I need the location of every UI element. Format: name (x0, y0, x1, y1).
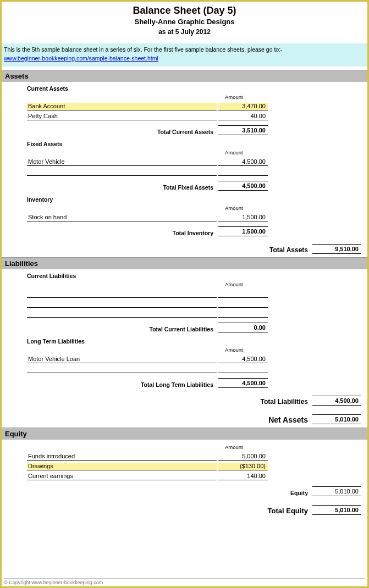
item-label: Stock on hand (27, 214, 217, 221)
total-liabilities-label: Total Liabilities (5, 398, 312, 406)
amount-heading: Amount (5, 440, 364, 451)
item-label (27, 299, 217, 308)
item-value (218, 289, 268, 298)
total-assets-label: Total Assets (5, 246, 312, 254)
subtotal-row: Total Current Liabilities 0.00 (5, 318, 364, 335)
subtotal-value: 4,500.00 (218, 181, 268, 191)
amount-heading: Amount (5, 347, 364, 354)
notice-link[interactable]: www.beginner-bookkeeping.com/sample-bala… (4, 55, 158, 62)
line-item (5, 308, 364, 318)
total-equity-row: Total Equity 5,010.00 (5, 500, 364, 518)
subtotal-row: Total Inventory 1,500.00 (5, 222, 364, 238)
line-item: Funds introduced 5,000.00 (5, 451, 364, 461)
line-item: Drawings ($130.00) (5, 461, 364, 471)
item-value: 3,470.00 (218, 103, 268, 110)
subtotal-label: Total Fixed Assets (27, 184, 217, 191)
subtotal-value: 1,500.00 (218, 226, 268, 236)
amount-heading: Amount (5, 205, 364, 212)
subtotal-label: Total Long Term Liabilities (27, 381, 217, 388)
item-value: 140.00 (218, 473, 268, 480)
total-equity-value: 5,010.00 (312, 505, 361, 515)
liabilities-content: Current Liabilities Amount Total Current… (2, 269, 367, 428)
equity-heading: Equity (2, 428, 367, 440)
line-item: Current earnings 140.00 (5, 471, 364, 481)
equity-sub-label: Equity (5, 490, 312, 496)
line-item (5, 364, 364, 374)
subtotal-row: Total Fixed Assets 4,500.00 (5, 176, 364, 193)
total-assets-row: Total Assets 9,510.00 (5, 238, 364, 257)
amount-heading: Amount (5, 281, 364, 289)
fixed-assets-heading: Fixed Assets (5, 137, 364, 149)
line-item: Motor Vehicle 4,500.00 (5, 157, 364, 167)
item-value: 5,000.00 (218, 453, 268, 461)
item-label (27, 309, 217, 318)
subtotal-value: 3,510.00 (218, 125, 268, 135)
amount-heading: Amount (5, 149, 364, 157)
item-label: Drawings (27, 463, 217, 470)
assets-content: Current Assets Amount Bank Account 3,470… (2, 82, 367, 257)
subtotal-label: Total Current Assets (27, 129, 217, 135)
amount-heading: Amount (5, 94, 364, 101)
total-equity-label: Total Equity (5, 507, 312, 515)
net-assets-value: 5,010.00 (312, 414, 361, 424)
net-assets-label: Net Assets (5, 415, 312, 424)
item-label (27, 364, 217, 373)
item-label: Current earnings (27, 473, 217, 480)
item-value (218, 309, 268, 318)
company-name: Shelly-Anne Graphic Designs (2, 18, 367, 26)
line-item: Petty Cash 40.00 (5, 111, 364, 121)
net-assets-row: Net Assets 5,010.00 (5, 409, 364, 428)
item-label (27, 289, 217, 298)
item-value (218, 167, 268, 176)
inventory-heading: Inventory (5, 193, 364, 205)
equity-sub-value: 5,010.00 (312, 486, 361, 496)
current-assets-heading: Current Assets (5, 82, 364, 94)
item-label (27, 167, 217, 176)
item-value: 40.00 (218, 113, 268, 120)
item-value: 1,500.00 (218, 214, 268, 221)
item-value: 4,500.00 (218, 158, 268, 166)
equity-content: Amount Funds introduced 5,000.00 Drawing… (2, 440, 367, 518)
subtotal-label: Total Current Liabilities (27, 326, 217, 332)
assets-heading: Assets (2, 70, 367, 82)
total-assets-value: 9,510.00 (312, 244, 361, 254)
subtotal-label: Total Inventory (27, 230, 217, 236)
line-item (5, 298, 364, 308)
total-liabilities-value: 4,500.00 (312, 396, 361, 406)
item-value (218, 364, 268, 373)
item-label: Motor Vehicle Loan (27, 356, 217, 363)
subtotal-value: 4,500.00 (218, 378, 268, 388)
item-value: ($130.00) (218, 463, 268, 470)
item-label: Petty Cash (27, 113, 217, 120)
notice-box: This is the 5th sample balance sheet in … (2, 43, 367, 66)
item-value: 4,500.00 (218, 356, 268, 363)
subtotal-row: Total Long Term Liabilities 4,500.00 (5, 374, 364, 390)
longterm-liabilities-heading: Long Term Liabilities (5, 335, 364, 347)
total-liabilities-row: Total Liabilities 4,500.00 (5, 390, 364, 409)
notice-text: This is the 5th sample balance sheet in … (4, 46, 283, 53)
item-value (218, 299, 268, 308)
liabilities-heading: Liabilities (2, 257, 367, 269)
subtotal-value: 0.00 (218, 323, 268, 332)
report-date: as at 5 July 2012 (2, 28, 367, 36)
line-item: Bank Account 3,470.00 (5, 101, 364, 111)
document-title: Balance Sheet (Day 5) (2, 5, 367, 16)
current-liabilities-heading: Current Liabilities (5, 269, 364, 281)
line-item (5, 289, 364, 298)
equity-subtotal-row: Equity 5,010.00 (5, 481, 364, 500)
item-label: Bank Account (27, 103, 217, 110)
line-item (5, 167, 364, 176)
subtotal-row: Total Current Assets 3,510.00 (5, 121, 364, 137)
copyright-text: © Copyright www.beginner-bookkeeping.com (4, 578, 365, 585)
line-item: Stock on hand 1,500.00 (5, 212, 364, 222)
item-label: Funds introduced (27, 453, 217, 461)
line-item: Motor Vehicle Loan 4,500.00 (5, 354, 364, 364)
item-label: Motor Vehicle (27, 158, 217, 166)
document-header: Balance Sheet (Day 5) Shelly-Anne Graphi… (2, 2, 367, 41)
